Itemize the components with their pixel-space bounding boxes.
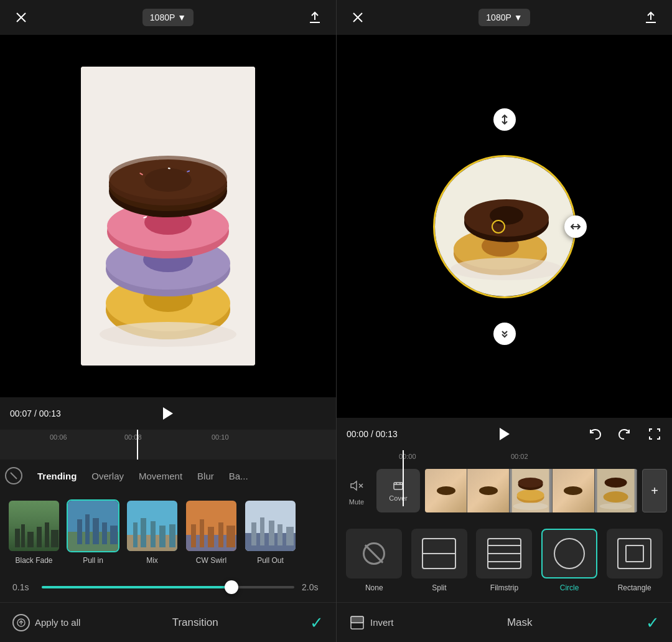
left-export-button[interactable] — [304, 6, 326, 29]
expand-button[interactable] — [645, 424, 665, 444]
mask-split[interactable]: Split — [411, 529, 467, 592]
right-panel: 1080P ▼ — [336, 0, 672, 642]
no-mask-icon — [363, 542, 385, 565]
mask-options-bar: None Split Filmstrip Ci — [337, 519, 672, 602]
svg-rect-48 — [169, 524, 175, 547]
plus-icon: + — [651, 484, 658, 498]
mask-thumb-filmstrip — [476, 529, 532, 578]
transition-thumb-mix — [126, 499, 179, 552]
transition-pull-out[interactable]: Pull Out — [244, 499, 297, 565]
mask-none[interactable]: None — [346, 529, 402, 592]
redo-button[interactable] — [615, 424, 635, 444]
mask-rectangle[interactable]: Rectangle — [607, 529, 663, 592]
svg-rect-59 — [260, 517, 264, 545]
tab-trending[interactable]: Trending — [37, 468, 77, 484]
right-header: 1080P ▼ — [337, 0, 672, 35]
svg-rect-47 — [159, 526, 166, 547]
rect-shape-icon — [617, 538, 651, 569]
left-play-button[interactable] — [163, 407, 173, 420]
handle-top[interactable] — [493, 108, 516, 131]
svg-rect-52 — [200, 519, 204, 547]
mask-filmstrip[interactable]: Filmstrip — [476, 529, 532, 592]
svg-rect-45 — [141, 518, 146, 547]
svg-rect-39 — [93, 518, 99, 544]
left-bottom-bar: Apply to all Transition ✓ — [0, 602, 336, 642]
transition-black-fade[interactable]: Black Fade — [7, 499, 60, 565]
transition-thumb-cw-swirl — [185, 499, 238, 552]
slider-thumb[interactable] — [225, 580, 238, 594]
duration-max-label: 2.0s — [302, 582, 324, 592]
video-timeline-strip[interactable] — [425, 469, 637, 512]
apply-all-text: Apply to all — [35, 617, 80, 628]
center-ring-indicator — [492, 220, 505, 234]
left-timeline[interactable]: 00:06 00:08 00:10 — [0, 430, 336, 460]
right-media-frame — [418, 96, 592, 357]
undo-button[interactable] — [585, 424, 605, 444]
frame-2 — [467, 469, 510, 512]
mask-label-none: None — [365, 583, 383, 592]
tab-blur[interactable]: Blur — [197, 468, 214, 484]
left-check-button[interactable]: ✓ — [310, 615, 324, 631]
left-timeline-cursor — [137, 430, 138, 460]
circle-mask-area — [433, 155, 576, 298]
right-playback-row: 00:00 / 00:13 — [337, 418, 672, 450]
svg-rect-82 — [394, 483, 403, 489]
transition-thumb-pull-out — [244, 499, 297, 552]
transition-pull-in[interactable]: Pull in — [67, 499, 119, 565]
left-header: 1080P ▼ — [0, 0, 336, 35]
handle-right[interactable] — [564, 215, 587, 238]
no-filter-icon[interactable] — [5, 467, 22, 484]
svg-rect-41 — [110, 526, 118, 544]
handle-bottom[interactable] — [493, 323, 516, 345]
tab-more[interactable]: Ba... — [229, 468, 248, 484]
mute-label: Mute — [349, 498, 364, 506]
add-clip-button[interactable]: + — [642, 469, 667, 512]
right-section-title: Mask — [507, 616, 533, 629]
left-close-button[interactable] — [10, 6, 32, 29]
svg-rect-44 — [133, 522, 138, 547]
right-controls — [585, 424, 665, 444]
transition-label-black-fade: Black Fade — [15, 556, 52, 565]
circle-shape-icon — [554, 538, 585, 569]
invert-label: Invert — [370, 617, 394, 628]
svg-rect-61 — [278, 524, 282, 545]
mute-control[interactable]: Mute — [342, 476, 371, 506]
right-timeline-strip: Mute Cover — [337, 463, 672, 519]
duration-section: 0.1s 2.0s — [0, 572, 336, 602]
right-close-button[interactable] — [347, 6, 369, 29]
apply-all-button[interactable]: Apply to all — [12, 614, 80, 631]
left-resolution-button[interactable]: 1080P ▼ — [142, 9, 194, 26]
rect-inner-icon — [625, 545, 644, 562]
svg-point-90 — [518, 478, 543, 488]
transitions-grid: Black Fade Pull in — [0, 492, 336, 572]
left-tabs-bar: Trending Overlay Movement Blur Ba... — [0, 460, 336, 492]
mask-circle[interactable]: Circle — [541, 529, 597, 592]
right-time-display: 00:00 / 00:13 — [347, 429, 398, 439]
svg-rect-40 — [102, 522, 107, 544]
svg-rect-54 — [218, 522, 223, 547]
timeline-marker-1: 00:06 — [50, 433, 67, 441]
svg-rect-38 — [85, 514, 90, 544]
frame-5 — [595, 469, 637, 512]
invert-button[interactable]: Invert — [349, 615, 394, 631]
mask-label-circle: Circle — [560, 583, 579, 592]
svg-marker-79 — [351, 481, 357, 490]
svg-rect-55 — [226, 526, 235, 547]
right-check-button[interactable]: ✓ — [646, 615, 660, 631]
apply-all-icon — [12, 614, 30, 631]
right-resolution-button[interactable]: 1080P ▼ — [478, 9, 530, 26]
svg-rect-33 — [45, 522, 49, 547]
timeline-marker-3: 00:10 — [212, 433, 229, 441]
right-export-button[interactable] — [640, 6, 662, 29]
transition-mix[interactable]: Mix — [126, 499, 179, 565]
tab-movement[interactable]: Movement — [139, 468, 182, 484]
tab-overlay[interactable]: Overlay — [91, 468, 124, 484]
right-play-button[interactable] — [500, 428, 510, 440]
left-playback-row: 00:07 / 00:13 — [0, 397, 336, 430]
svg-point-94 — [604, 478, 627, 488]
transition-cw-swirl[interactable]: CW Swirl — [185, 499, 238, 565]
svg-rect-29 — [15, 529, 20, 547]
duration-slider[interactable] — [42, 586, 294, 588]
cover-button[interactable]: Cover — [376, 469, 420, 512]
right-timeline-cursor — [403, 450, 404, 506]
